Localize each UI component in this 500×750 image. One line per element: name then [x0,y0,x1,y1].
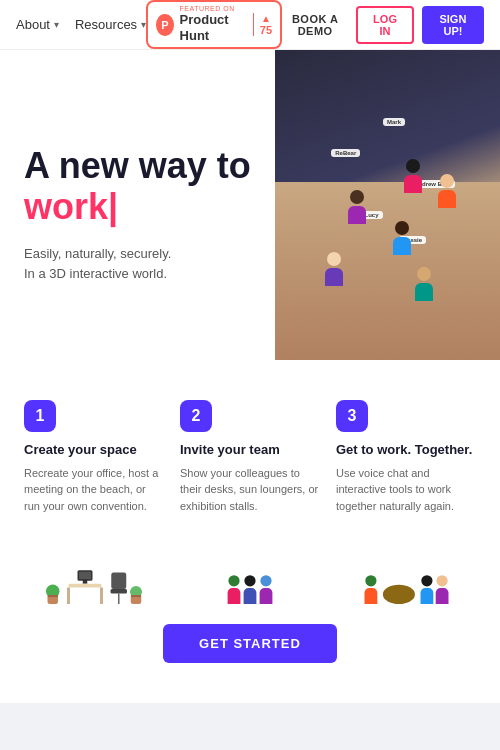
resources-label: Resources [75,17,137,32]
ph-arrow-icon: ▲ [261,13,271,24]
hero-heading-accent: work| [24,186,118,227]
login-button[interactable]: LOG IN [356,6,414,44]
get-started-button[interactable]: GET STARTED [163,624,337,663]
product-hunt-text: FEATURED ON Product Hunt [180,5,245,43]
ph-vote-count: 75 [260,24,272,36]
hero-heading: A new way to work| [24,145,255,228]
product-hunt-icon: P [156,14,173,36]
mini-avatar-1 [228,576,241,605]
cursor-blink: | [108,186,118,227]
office-floor [275,182,500,360]
about-label: About [16,17,50,32]
hero-sub-line1: Easily, naturally, securely. [24,246,171,261]
meeting-table [382,585,414,604]
ph-name: Product Hunt [180,12,245,43]
hero-sub-line2: In a 3D interactive world. [24,266,167,281]
hero-section: A new way to work| Easily, naturally, se… [0,50,500,360]
hero-heading-line1: A new way to [24,145,251,186]
step-1-desc: Recreate your office, host a meeting on … [24,465,164,515]
step-1-title: Create your space [24,442,164,459]
office-scene: ReBear Mark Andrew Bear Lucy Kassie [275,50,500,360]
step-3: 3 Get to work. Together. Use voice chat … [336,400,476,604]
step-1: 1 Create your space Recreate your office… [24,400,164,604]
mini-avatar-2 [244,576,257,605]
resources-menu[interactable]: Resources ▾ [75,17,146,32]
about-menu[interactable]: About ▾ [16,17,59,32]
step-2: 2 Invite your team Show your colleagues … [180,400,320,604]
hero-heading-word: work [24,186,108,227]
ph-featured-label: FEATURED ON [180,5,245,12]
name-tag-mark: Mark [383,118,405,126]
ph-votes: ▲ 75 [253,13,272,36]
step-2-number: 2 [180,400,212,432]
product-hunt-badge[interactable]: P FEATURED ON Product Hunt ▲ 75 [146,0,282,48]
cta-wrapper: GET STARTED [24,624,476,673]
hero-content: A new way to work| Easily, naturally, se… [0,50,275,360]
step-2-desc: Show your colleagues to their desks, sun… [180,465,320,515]
avatar-4 [320,252,348,288]
avatar-1 [343,190,371,226]
step-2-title: Invite your team [180,442,320,459]
meeting-avatar-2 [420,576,433,605]
hero-visual: ReBear Mark Andrew Bear Lucy Kassie [275,50,500,360]
step-2-illustration [180,524,320,604]
step-3-title: Get to work. Together. [336,442,476,459]
mini-avatar-3 [260,576,273,605]
avatar-2 [399,159,427,195]
hero-subtext: Easily, naturally, securely. In a 3D int… [24,244,255,286]
steps-section: 1 Create your space Recreate your office… [0,360,500,703]
nav-left: About ▾ Resources ▾ [16,17,146,32]
about-chevron-icon: ▾ [54,19,59,30]
footer-area [0,703,500,750]
step-1-illustration [24,524,164,604]
step-3-desc: Use voice chat and interactive tools to … [336,465,476,515]
navbar: About ▾ Resources ▾ P FEATURED ON Produc… [0,0,500,50]
signup-button[interactable]: SIGN UP! [422,6,484,44]
avatar-6 [410,267,438,303]
step-3-illustration [336,524,476,604]
name-tag-rebecar: ReBear [331,149,360,157]
nav-right: BOOK A DEMO LOG IN SIGN UP! [282,6,484,44]
step-1-number: 1 [24,400,56,432]
steps-grid: 1 Create your space Recreate your office… [24,400,476,604]
avatar-5 [433,174,461,210]
book-demo-button[interactable]: BOOK A DEMO [282,13,348,37]
avatar-3 [388,221,416,257]
meeting-avatar-1 [364,576,377,605]
meeting-avatar-3 [435,576,448,605]
step-3-number: 3 [336,400,368,432]
